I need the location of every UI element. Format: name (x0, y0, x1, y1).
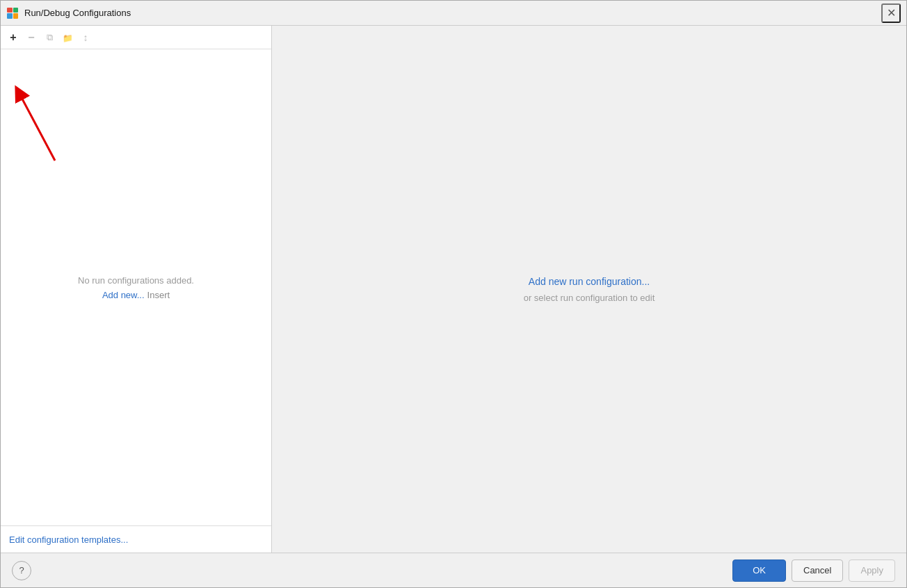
red-arrow-annotation (13, 84, 69, 170)
bottom-bar-right: OK Cancel Apply (732, 560, 895, 582)
window-title: Run/Debug Configurations (24, 8, 131, 18)
app-icon (6, 7, 19, 19)
title-bar: Run/Debug Configurations ✕ (1, 1, 906, 26)
select-config-hint: or select run configuration to edit (524, 293, 655, 303)
sort-configurations-button[interactable] (77, 29, 94, 46)
ok-button[interactable]: OK (732, 560, 786, 582)
left-panel-footer: Edit configuration templates... (1, 525, 271, 553)
empty-state: No run configurations added. Add new... … (78, 275, 194, 300)
svg-line-1 (19, 92, 55, 161)
configuration-list: No run configurations added. Add new... … (1, 49, 271, 525)
no-configurations-message: No run configurations added. (78, 275, 194, 286)
add-new-link[interactable]: Add new... (102, 290, 145, 300)
copy-icon (47, 31, 53, 43)
run-debug-configurations-window: Run/Debug Configurations ✕ (0, 0, 907, 588)
bottom-bar-left: ? (12, 561, 31, 580)
minus-icon (28, 31, 34, 44)
folder-icon (63, 32, 73, 43)
remove-configuration-button[interactable] (23, 29, 40, 46)
insert-shortcut: Insert (147, 290, 170, 300)
plus-icon (10, 31, 16, 44)
edit-templates-link[interactable]: Edit configuration templates... (9, 534, 128, 545)
copy-configuration-button[interactable] (41, 29, 58, 46)
add-new-run-config-link[interactable]: Add new run configuration... (529, 276, 650, 287)
title-bar-left: Run/Debug Configurations (6, 7, 131, 19)
toolbar (1, 26, 271, 49)
right-panel: Add new run configuration... or select r… (272, 26, 906, 553)
cancel-button[interactable]: Cancel (792, 560, 843, 582)
left-panel: No run configurations added. Add new... … (1, 26, 272, 553)
bottom-bar: ? OK Cancel Apply (1, 553, 906, 587)
close-button[interactable]: ✕ (881, 3, 901, 23)
apply-button[interactable]: Apply (849, 560, 895, 582)
add-new-row: Add new... Insert (78, 290, 194, 300)
add-configuration-button[interactable] (5, 29, 22, 46)
main-content: No run configurations added. Add new... … (1, 26, 906, 553)
help-button[interactable]: ? (12, 561, 31, 580)
move-to-folder-button[interactable] (59, 29, 76, 46)
sort-icon (83, 32, 88, 43)
